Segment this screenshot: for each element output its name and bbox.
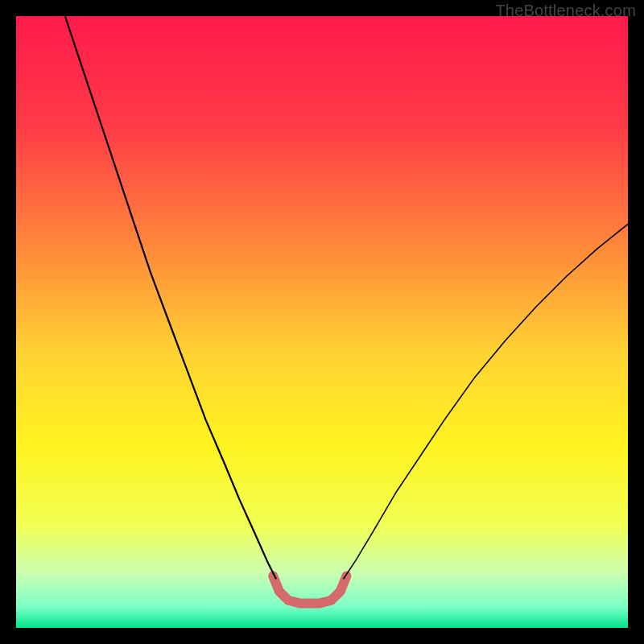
chart-plot-area xyxy=(16,16,628,628)
watermark-text: TheBottleneck.com xyxy=(495,2,636,20)
chart-frame: TheBottleneck.com xyxy=(0,0,644,644)
chart-svg xyxy=(16,16,628,628)
chart-background xyxy=(16,16,628,628)
